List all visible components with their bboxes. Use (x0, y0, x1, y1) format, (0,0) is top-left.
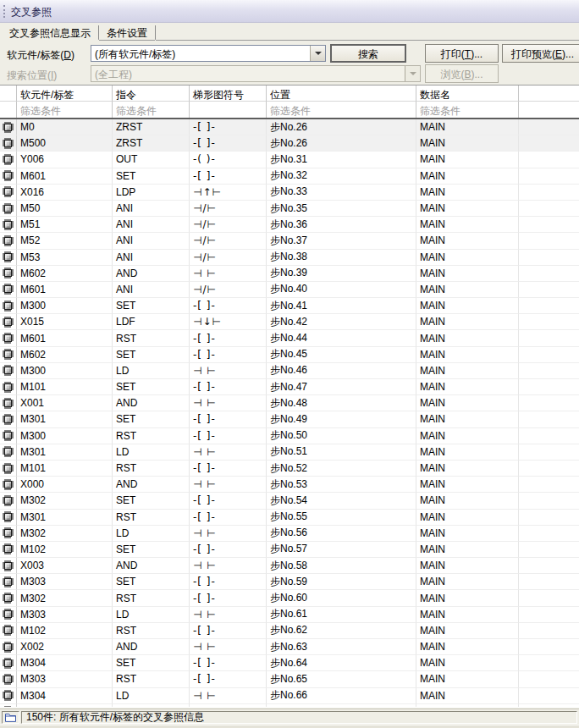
device-chip-icon (0, 639, 17, 655)
header-cell-1[interactable]: 软元件/标签 (17, 85, 113, 102)
cell-data-name: MAIN (416, 395, 519, 411)
device-combo-value: (所有软元件/标签) (91, 46, 310, 61)
table-row[interactable]: Y006 OUT -( )- 步No.31 MAIN (0, 152, 579, 168)
cell-instruction: LD (113, 526, 190, 542)
table-row[interactable]: M303 LD ⊣ ⊢ 步No.61 MAIN (0, 607, 579, 623)
cell-position: 步No.35 (267, 201, 416, 217)
panel-titlebar[interactable]: 交叉参照 (0, 0, 579, 23)
table-row[interactable]: M301 LD ⊣ ⊢ 步No.51 MAIN (0, 444, 579, 461)
cell-instruction: LDF (113, 314, 190, 330)
print-button[interactable]: 打印(T)... (425, 44, 499, 63)
cell-instruction: RST (113, 623, 190, 639)
table-row[interactable]: M53 ANI ⊣/⊢ 步No.38 MAIN (0, 250, 579, 266)
print-preview-button[interactable]: 打印预览(E)... (502, 44, 579, 63)
table-row[interactable]: M302 SET -[ ]- 步No.54 MAIN (0, 493, 579, 509)
cell-instruction: RST (113, 428, 190, 444)
table-row[interactable]: M500 ZRST -[ ]- 步No.26 MAIN (0, 135, 579, 152)
folder-icon (5, 713, 16, 722)
cell-position: 步No.53 (267, 477, 416, 493)
table-row[interactable]: M102 SET -[ ]- 步No.57 MAIN (0, 542, 579, 558)
cell-extra (519, 461, 579, 477)
cell-extra (519, 266, 579, 282)
table-row[interactable]: M601 ANI ⊣/⊢ 步No.40 MAIN (0, 282, 579, 298)
cell-device: M500 (17, 135, 113, 152)
cell-instruction: ANI (113, 250, 190, 266)
filter-cell-1[interactable]: 筛选条件 (17, 102, 113, 118)
cell-ladder-symbol: -( )- (190, 152, 267, 168)
device-chip-icon (0, 250, 17, 266)
cell-instruction: SET (113, 379, 190, 395)
device-chip-icon (0, 411, 17, 427)
table-row[interactable]: M304 SET -[ ]- 步No.64 MAIN (0, 655, 579, 671)
table-row[interactable]: M303 SET -[ ]- 步No.59 MAIN (0, 574, 579, 590)
table-row[interactable]: M602 SET -[ ]- 步No.45 MAIN (0, 347, 579, 363)
table-row[interactable]: M52 ANI ⊣/⊢ 步No.37 MAIN (0, 233, 579, 249)
table-row[interactable]: M601 SET -[ ]- 步No.32 MAIN (0, 168, 579, 185)
cell-data-name: MAIN (416, 688, 519, 704)
tab-cross-reference-info[interactable]: 交叉参照信息显示 (2, 23, 98, 41)
table-row[interactable]: M0 ZRST -[ ]- 步No.26 MAIN (0, 119, 579, 135)
table-row[interactable]: X002 AND ⊣ ⊢ 步No.63 MAIN (0, 639, 579, 655)
cell-instruction: LD (113, 444, 190, 461)
cell-position: 步No.26 (267, 119, 416, 135)
drag-grip-icon[interactable] (3, 5, 5, 18)
filter-cell-2[interactable]: 筛选条件 (113, 102, 190, 118)
tab-strip: 交叉参照信息显示 条件设置 (0, 23, 579, 41)
cell-instruction: AND (113, 395, 190, 411)
chevron-down-icon[interactable] (310, 46, 325, 61)
table-row[interactable]: M300 SET -[ ]- 步No.41 MAIN (0, 298, 579, 314)
table-row[interactable]: M304 LD ⊣ ⊢ 步No.66 MAIN (0, 688, 579, 704)
cell-position: 步No.63 (267, 639, 416, 655)
filter-cell-4[interactable]: 筛选条件 (267, 102, 416, 118)
table-row[interactable]: M300 LD ⊣ ⊢ 步No.46 MAIN (0, 363, 579, 379)
table-row[interactable]: M302 LD ⊣ ⊢ 步No.56 MAIN (0, 526, 579, 542)
cell-device: M304 (17, 688, 113, 704)
table-row[interactable]: M301 RST -[ ]- 步No.55 MAIN (0, 510, 579, 526)
table-row[interactable]: X015 LDF ⊣↓⊢ 步No.42 MAIN (0, 314, 579, 330)
cell-ladder-symbol (190, 704, 267, 707)
cell-extra (519, 574, 579, 590)
table-row[interactable]: X003 AND ⊣ ⊢ 步No.58 MAIN (0, 558, 579, 574)
header-cell-2[interactable]: 指令 (113, 85, 190, 102)
device-chip-icon (0, 282, 17, 298)
cell-device: M303 (17, 607, 113, 623)
table-row[interactable]: X000 AND ⊣ ⊢ 步No.53 MAIN (0, 477, 579, 493)
table-row[interactable]: M601 RST -[ ]- 步No.44 MAIN (0, 330, 579, 346)
device-chip-icon (0, 363, 17, 379)
table-row[interactable]: M302 RST -[ ]- 步No.60 MAIN (0, 590, 579, 606)
cell-ladder-symbol: -[ ]- (190, 623, 267, 639)
table-row-partial[interactable] (0, 704, 579, 707)
device-combo[interactable]: (所有软元件/标签) (91, 45, 326, 62)
header-cell-5[interactable]: 数据名 (416, 85, 519, 102)
table-row[interactable]: M303 RST -[ ]- 步No.65 MAIN (0, 671, 579, 687)
header-cell-3[interactable]: 梯形图符号 (190, 85, 267, 102)
table-row[interactable]: M602 AND ⊣ ⊢ 步No.39 MAIN (0, 266, 579, 282)
table-row[interactable]: M301 SET -[ ]- 步No.49 MAIN (0, 411, 579, 427)
table-row[interactable]: X001 AND ⊣ ⊢ 步No.48 MAIN (0, 395, 579, 411)
table-row[interactable]: M101 SET -[ ]- 步No.47 MAIN (0, 379, 579, 395)
filter-cell-5[interactable]: 筛选条件 (416, 102, 519, 118)
cell-device: M102 (17, 542, 113, 558)
table-row[interactable]: X016 LDP ⊣↑⊢ 步No.33 MAIN (0, 185, 579, 201)
table-row[interactable]: M102 RST -[ ]- 步No.62 MAIN (0, 623, 579, 639)
header-cell-4[interactable]: 位置 (267, 85, 416, 102)
device-chip-icon (0, 623, 17, 639)
cell-position: 步No.55 (267, 510, 416, 526)
table-row[interactable]: M300 RST -[ ]- 步No.50 MAIN (0, 428, 579, 444)
cell-device: M0 (17, 119, 113, 135)
cell-ladder-symbol: -[ ]- (190, 671, 267, 687)
cell-ladder-symbol: -[ ]- (190, 379, 267, 395)
table-body[interactable]: M0 ZRST -[ ]- 步No.26 MAIN M500 ZRST -[ ]… (0, 119, 579, 707)
tab-condition-settings[interactable]: 条件设置 (99, 23, 155, 41)
cell-data-name: MAIN (416, 250, 519, 266)
table-row[interactable]: M51 ANI ⊣/⊢ 步No.36 MAIN (0, 217, 579, 233)
cell-device: M53 (17, 250, 113, 266)
search-button[interactable]: 搜索 (330, 44, 406, 63)
cell-ladder-symbol: ⊣/⊢ (190, 201, 267, 217)
filter-cell-empty (519, 102, 579, 118)
table-row[interactable]: M50 ANI ⊣/⊢ 步No.35 MAIN (0, 201, 579, 217)
cell-data-name: MAIN (416, 298, 519, 314)
table-row[interactable]: M101 RST -[ ]- 步No.52 MAIN (0, 461, 579, 477)
cell-ladder-symbol: ⊣ ⊢ (190, 266, 267, 282)
search-location-combo: (全工程) (91, 65, 421, 82)
